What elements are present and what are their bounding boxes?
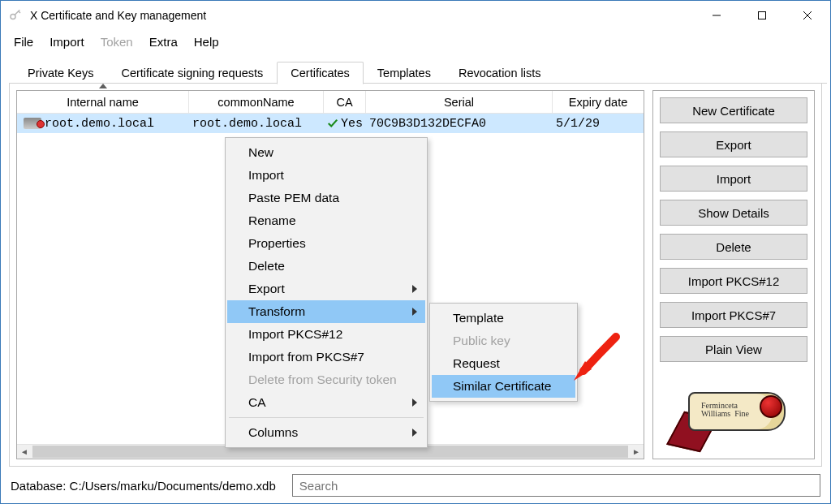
svg-point-0 — [11, 15, 15, 19]
plain-view-button[interactable]: Plain View — [660, 336, 807, 362]
menu-extra[interactable]: Extra — [141, 32, 186, 52]
sort-ascending-icon — [99, 84, 107, 88]
import-pkcs7-button[interactable]: Import PKCS#7 — [660, 302, 807, 328]
tab-templates[interactable]: Templates — [364, 62, 445, 84]
ctx-export-label: Export — [248, 282, 285, 296]
submenu-arrow-icon — [412, 308, 417, 316]
menu-file[interactable]: File — [6, 32, 41, 52]
menu-separator — [229, 417, 424, 418]
minimize-button[interactable] — [694, 1, 739, 30]
sub-request[interactable]: Request — [432, 352, 575, 375]
titlebar: X Certificate and Key management — [1, 1, 830, 30]
ctx-new[interactable]: New — [227, 141, 425, 164]
menu-help[interactable]: Help — [186, 32, 227, 52]
col-ca[interactable]: CA — [324, 91, 366, 113]
table-row[interactable]: root.demo.local root.demo.local Yes 70C9… — [17, 114, 644, 133]
svg-rect-2 — [759, 12, 766, 19]
menu-import[interactable]: Import — [41, 32, 93, 52]
ctx-ca[interactable]: CA — [227, 391, 425, 414]
scroll-left-icon[interactable]: ◄ — [17, 445, 32, 459]
window-title: X Certificate and Key management — [30, 9, 206, 22]
tab-private-keys[interactable]: Private Keys — [14, 62, 107, 84]
ctx-rename[interactable]: Rename — [227, 209, 425, 232]
cell-serial: 70C9B3D132DECFA0 — [366, 117, 553, 131]
menu-token: Token — [93, 32, 141, 52]
col-serial[interactable]: Serial — [366, 91, 553, 113]
seal-graphic: FermincetaWilliams Fine — [669, 379, 799, 452]
ctx-properties[interactable]: Properties — [227, 232, 425, 255]
delete-button[interactable]: Delete — [660, 234, 807, 260]
menubar: File Import Token Extra Help — [1, 30, 830, 53]
sub-template[interactable]: Template — [432, 307, 575, 330]
check-icon — [327, 118, 338, 129]
cell-internal-name: root.demo.local — [45, 117, 154, 131]
ctx-transform-label: Transform — [248, 304, 305, 319]
table-header: Internal name commonName CA Serial Expir… — [17, 91, 644, 114]
import-button[interactable]: Import — [660, 166, 807, 192]
database-path: Database: C:/Users/marku/Documents/demo.… — [11, 479, 276, 493]
submenu-arrow-icon — [412, 285, 417, 293]
export-button[interactable]: Export — [660, 131, 807, 157]
cell-common-name: root.demo.local — [189, 117, 324, 131]
close-button[interactable] — [785, 1, 830, 30]
search-input[interactable] — [292, 474, 820, 497]
new-certificate-button[interactable]: New Certificate — [660, 97, 807, 123]
app-key-icon — [7, 7, 24, 24]
submenu-arrow-icon — [412, 429, 417, 437]
db-label: Database: — [11, 479, 70, 493]
show-details-button[interactable]: Show Details — [660, 200, 807, 226]
submenu-arrow-icon — [412, 398, 417, 407]
ctx-transform[interactable]: Transform — [227, 300, 425, 323]
tab-strip: Private Keys Certificate signing request… — [14, 61, 822, 84]
maximize-button[interactable] — [739, 1, 785, 30]
statusbar: Database: C:/Users/marku/Documents/demo.… — [1, 467, 830, 503]
import-pkcs12-button[interactable]: Import PKCS#12 — [660, 268, 807, 294]
transform-submenu: Template Public key Request Similar Cert… — [429, 303, 578, 402]
ctx-columns-label: Columns — [248, 425, 298, 440]
ctx-delete[interactable]: Delete — [227, 255, 425, 278]
db-path-value: C:/Users/marku/Documents/demo.xdb — [70, 479, 276, 493]
tab-revocation[interactable]: Revocation lists — [445, 62, 555, 84]
ctx-import[interactable]: Import — [227, 164, 425, 187]
tab-certificates[interactable]: Certificates — [277, 62, 364, 84]
col-common-name[interactable]: commonName — [189, 91, 324, 113]
ctx-paste-pem[interactable]: Paste PEM data — [227, 187, 425, 209]
ctx-import-from-pkcs7[interactable]: Import from PKCS#7 — [227, 346, 425, 368]
ctx-delete-from-token: Delete from Security token — [227, 368, 425, 391]
side-button-panel: New Certificate Export Import Show Detai… — [652, 90, 815, 459]
col-internal-name-label: Internal name — [67, 96, 139, 109]
sub-similar-certificate[interactable]: Similar Certificate — [432, 375, 575, 398]
col-internal-name[interactable]: Internal name — [17, 91, 189, 113]
scroll-right-icon[interactable]: ► — [629, 445, 644, 459]
ctx-export[interactable]: Export — [227, 278, 425, 300]
cell-expiry: 5/1/29 — [553, 117, 644, 131]
cell-ca: Yes — [341, 117, 363, 131]
ctx-ca-label: CA — [248, 395, 266, 410]
ctx-import-pkcs12[interactable]: Import PKCS#12 — [227, 323, 425, 346]
certificate-icon — [24, 118, 41, 129]
ctx-columns[interactable]: Columns — [227, 421, 425, 444]
tab-csr[interactable]: Certificate signing requests — [107, 62, 277, 84]
col-expiry[interactable]: Expiry date — [553, 91, 644, 113]
sub-public-key: Public key — [432, 330, 575, 352]
context-menu: New Import Paste PEM data Rename Propert… — [225, 137, 428, 448]
